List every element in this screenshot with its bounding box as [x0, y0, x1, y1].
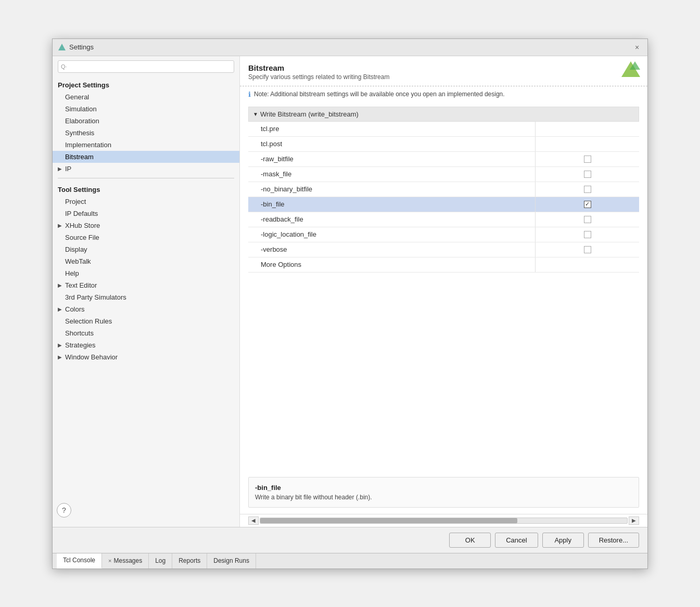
sidebar: Q· Project Settings General Simulation E…: [53, 56, 240, 527]
row-label-verbose: -verbose: [248, 243, 535, 256]
sidebar-item-window-behavior[interactable]: ▶ Window Behavior: [53, 351, 239, 363]
help-label: Help: [65, 269, 79, 277]
row-value-logic-location-file: [535, 227, 639, 242]
tab-reports[interactable]: Reports: [172, 553, 207, 569]
dialog-body: Q· Project Settings General Simulation E…: [53, 56, 647, 527]
xhub-chevron-icon: ▶: [58, 223, 62, 228]
shortcuts-label: Shortcuts: [65, 329, 94, 337]
table-row: -bin_file: [248, 197, 639, 212]
checkbox-logic-location-file[interactable]: [584, 231, 591, 238]
settings-dialog: Settings × Q· Project Settings General S…: [52, 38, 648, 569]
sidebar-item-elaboration[interactable]: Elaboration: [53, 115, 239, 127]
table-row: -no_binary_bitfile: [248, 182, 639, 197]
sidebar-divider: [58, 178, 234, 178]
description-text: Write a binary bit file without header (…: [255, 494, 632, 501]
general-label: General: [65, 93, 89, 101]
table-row: -verbose: [248, 242, 639, 257]
sidebar-item-implementation[interactable]: Implementation: [53, 139, 239, 151]
checkbox-verbose[interactable]: [584, 246, 591, 253]
tab-tcl-console-label: Tcl Console: [63, 557, 95, 564]
text-editor-label: Text Editor: [65, 281, 97, 289]
tool-settings-label: Tool Settings: [53, 182, 239, 196]
row-label-tcl-pre: tcl.pre: [248, 122, 535, 135]
checkbox-raw-bitfile[interactable]: [584, 156, 591, 163]
sidebar-item-help[interactable]: Help: [53, 267, 239, 279]
sidebar-item-selection-rules[interactable]: Selection Rules: [53, 315, 239, 327]
project-settings-label: Project Settings: [53, 77, 239, 91]
table-row: -logic_location_file: [248, 227, 639, 242]
scroll-thumb: [260, 518, 517, 523]
row-label-mask-file: -mask_file: [248, 167, 535, 180]
group-header[interactable]: ▼ Write Bitstream (write_bitstream): [248, 107, 639, 122]
checkbox-no-binary-bitfile[interactable]: [584, 186, 591, 193]
tab-messages[interactable]: × Messages: [102, 553, 149, 569]
content-title: Bitstream: [248, 63, 639, 72]
ok-button[interactable]: OK: [449, 533, 491, 548]
tab-log[interactable]: Log: [149, 553, 172, 569]
bottom-tabs: Tcl Console × Messages Log Reports Desig…: [53, 553, 647, 569]
sidebar-item-text-editor[interactable]: ▶ Text Editor: [53, 279, 239, 291]
table-row: -mask_file: [248, 167, 639, 182]
sidebar-item-synthesis[interactable]: Synthesis: [53, 127, 239, 139]
scroll-right-button[interactable]: ▶: [629, 516, 639, 525]
scroll-left-button[interactable]: ◀: [248, 516, 259, 525]
row-value-tcl-pre: [535, 122, 639, 136]
ip-chevron-icon: ▶: [58, 166, 62, 172]
sidebar-item-colors[interactable]: ▶ Colors: [53, 303, 239, 315]
table-row: tcl.pre: [248, 122, 639, 137]
row-value-raw-bitfile: [535, 152, 639, 166]
row-label-logic-location-file: -logic_location_file: [248, 228, 535, 241]
main-content: Bitstream Specify various settings relat…: [240, 56, 647, 527]
tab-design-runs-label: Design Runs: [213, 557, 249, 564]
row-label-readback-file: -readback_file: [248, 213, 535, 226]
search-box: Q·: [58, 60, 234, 73]
tab-messages-label: Messages: [113, 557, 142, 564]
sidebar-item-display[interactable]: Display: [53, 243, 239, 255]
row-label-more-options: More Options: [248, 258, 535, 271]
search-input[interactable]: [58, 60, 234, 73]
row-value-verbose: [535, 242, 639, 257]
tab-close-messages[interactable]: ×: [108, 558, 111, 564]
sidebar-item-shortcuts[interactable]: Shortcuts: [53, 327, 239, 339]
tab-log-label: Log: [155, 557, 166, 564]
sidebar-item-webtalk[interactable]: WebTalk: [53, 255, 239, 267]
tab-design-runs[interactable]: Design Runs: [207, 553, 256, 569]
close-button[interactable]: ×: [632, 42, 642, 53]
title-bar: Settings ×: [53, 39, 647, 56]
search-icon: Q·: [61, 63, 67, 70]
help-button[interactable]: ?: [57, 503, 71, 518]
dialog-title: Settings: [69, 43, 94, 51]
row-value-mask-file: [535, 167, 639, 182]
selection-rules-label: Selection Rules: [65, 317, 112, 325]
restore-button[interactable]: Restore...: [588, 533, 639, 548]
table-row: More Options: [248, 257, 639, 273]
row-value-bin-file: [535, 197, 639, 212]
scroll-track[interactable]: [260, 518, 628, 524]
row-value-readback-file: [535, 212, 639, 227]
tab-tcl-console[interactable]: Tcl Console: [57, 553, 102, 569]
info-icon: ℹ: [248, 91, 251, 98]
checkbox-bin-file[interactable]: [584, 201, 591, 208]
sidebar-item-general[interactable]: General: [53, 91, 239, 103]
footer: OK Cancel Apply Restore...: [53, 527, 647, 553]
cancel-button[interactable]: Cancel: [495, 533, 538, 548]
sidebar-item-ip[interactable]: ▶ IP: [53, 163, 239, 175]
checkbox-mask-file[interactable]: [584, 171, 591, 178]
colors-label: Colors: [65, 305, 85, 313]
sidebar-item-strategies[interactable]: ▶ Strategies: [53, 339, 239, 351]
sidebar-item-project[interactable]: Project: [53, 196, 239, 208]
apply-button[interactable]: Apply: [542, 533, 584, 548]
row-label-raw-bitfile: -raw_bitfile: [248, 152, 535, 165]
elaboration-label: Elaboration: [65, 117, 99, 125]
row-value-no-binary-bitfile: [535, 182, 639, 197]
sidebar-item-xhub[interactable]: ▶ XHub Store: [53, 219, 239, 231]
description-title: -bin_file: [255, 484, 632, 492]
sidebar-item-ip-defaults[interactable]: IP Defaults: [53, 208, 239, 219]
sidebar-item-source-file[interactable]: Source File: [53, 231, 239, 243]
sidebar-item-3rd-party[interactable]: 3rd Party Simulators: [53, 291, 239, 303]
sidebar-item-bitstream[interactable]: Bitstream: [53, 151, 239, 163]
checkbox-readback-file[interactable]: [584, 216, 591, 223]
sidebar-item-simulation[interactable]: Simulation: [53, 103, 239, 115]
colors-chevron-icon: ▶: [58, 306, 62, 312]
horizontal-scrollbar: ◀ ▶: [240, 514, 647, 527]
